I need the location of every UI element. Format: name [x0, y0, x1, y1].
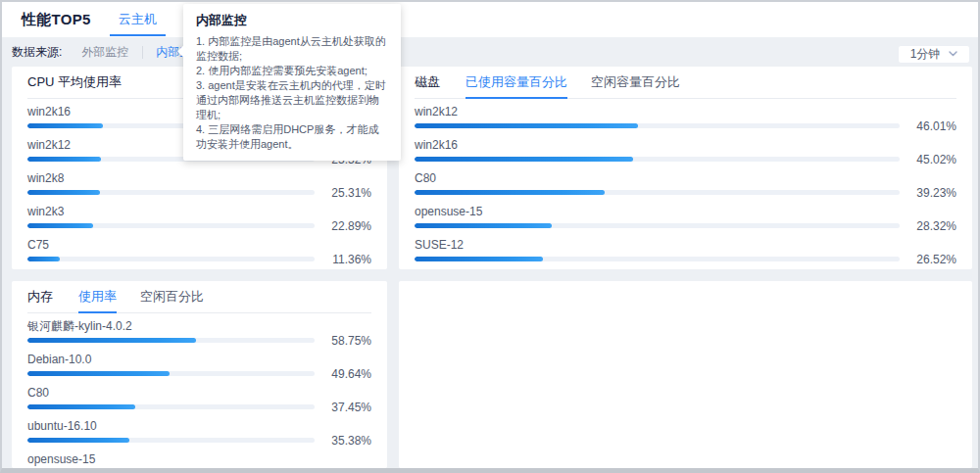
- metric-label: 银河麒麟-kylin-4.0.2: [27, 319, 371, 334]
- metric-value: 22.89%: [315, 219, 371, 233]
- metric-label: C80: [415, 171, 956, 186]
- usage-bar-fill: [415, 123, 638, 128]
- metric-value: 26.52%: [900, 253, 956, 266]
- metric-label: win2k3: [27, 205, 371, 219]
- metric-line: 25.31%: [27, 186, 371, 199]
- metric-label: ubuntu-16.10: [27, 419, 371, 434]
- metric-label: win2k12: [415, 105, 956, 119]
- metric-label: opensuse-15: [27, 452, 371, 467]
- metric-line: 28.32%: [415, 219, 956, 232]
- tooltip-line: 3. agent是安装在云主机内的代理，定时通过内部网络推送云主机监控数据到物理…: [196, 78, 388, 122]
- metric-line: 26.85%: [27, 467, 371, 468]
- usage-bar-fill: [27, 257, 60, 261]
- tooltip-line: 2. 使用内部监控需要预先安装agent;: [196, 64, 388, 78]
- usage-bar-fill: [27, 404, 135, 409]
- metric-row: C75 11.36%: [27, 238, 371, 267]
- usage-bar-fill: [27, 223, 93, 228]
- interval-dropdown[interactable]: 1分钟: [898, 45, 970, 64]
- usage-bar-track: [27, 257, 315, 261]
- usage-bar-fill: [27, 123, 103, 128]
- usage-bar-fill: [27, 157, 101, 162]
- metric-row: ubuntu-16.10 35.38%: [27, 419, 371, 449]
- metric-value: 28.32%: [900, 219, 956, 233]
- metric-line: 26.52%: [415, 253, 956, 265]
- metric-value: 11.36%: [315, 253, 371, 266]
- datasource-label: 数据来源:: [12, 44, 62, 61]
- metric-row: SUSE-12 26.52%: [415, 238, 956, 267]
- tooltip-title: 内部监控: [196, 12, 388, 29]
- panel-memory-header: 内存 使用率 空闲百分比: [27, 281, 371, 313]
- metric-label: opensuse-15: [415, 205, 956, 219]
- metric-label: win2k8: [27, 171, 371, 186]
- metric-line: 49.64%: [27, 367, 371, 380]
- metric-row: opensuse-15 28.32%: [415, 205, 956, 234]
- usage-bar-track: [27, 438, 315, 443]
- metric-value: 39.23%: [900, 186, 956, 200]
- metric-line: 45.02%: [415, 153, 956, 166]
- header-tab[interactable]: 云主机: [105, 2, 171, 37]
- metric-value: 46.01%: [900, 119, 956, 133]
- metric-label: C75: [27, 238, 371, 253]
- metric-line: 46.01%: [415, 119, 956, 132]
- panel-memory: 内存 使用率 空闲百分比 银河麒麟-kylin-4.0.2 58.75% Deb…: [12, 281, 387, 468]
- usage-bar-track: [415, 157, 900, 162]
- datasource-toolbar: 数据来源: 外部监控 内部监控 ? 1分钟: [2, 37, 978, 67]
- metric-value: 26.85%: [315, 467, 371, 469]
- usage-bar-fill: [415, 190, 605, 195]
- metric-row: win2k12 46.01%: [415, 105, 956, 134]
- metric-line: 39.23%: [415, 186, 956, 199]
- usage-bar-track: [27, 338, 315, 343]
- panel-disk-header: 磁盘 已使用容量百分比 空闲容量百分比: [415, 67, 956, 99]
- metric-label: SUSE-12: [415, 238, 956, 253]
- usage-bar-fill: [415, 157, 633, 162]
- panel-disk-rows: win2k12 46.01% win2k16 45.02% C80 39.23%…: [399, 99, 972, 267]
- panel-memory-rows: 银河麒麟-kylin-4.0.2 58.75% Debian-10.0 49.6…: [12, 313, 387, 468]
- app-header: 性能TOP5 云主机 路由: [2, 2, 978, 37]
- header-tab-label: 云主机: [119, 11, 157, 28]
- panel-disk-title: 磁盘: [415, 73, 440, 91]
- panel-tab[interactable]: 空闲百分比: [140, 281, 204, 312]
- metric-label: win2k16: [415, 138, 956, 153]
- metric-row: C80 39.23%: [415, 171, 956, 201]
- usage-bar-track: [27, 190, 315, 195]
- metric-line: 11.36%: [27, 253, 371, 265]
- metric-value: 45.02%: [900, 153, 956, 166]
- datasource-option[interactable]: 外部监控: [68, 42, 142, 63]
- usage-bar-fill: [27, 438, 129, 443]
- metric-row: win2k16 45.02%: [415, 138, 956, 167]
- metric-row: C80 37.45%: [27, 386, 371, 415]
- tooltip-line: 4. 三层网络需启用DHCP服务，才能成功安装并使用agent。: [196, 122, 388, 152]
- usage-bar-track: [415, 190, 900, 195]
- metric-row: win2k3 22.89%: [27, 205, 371, 234]
- metric-line: 22.89%: [27, 219, 371, 232]
- metric-row: win2k8 25.31%: [27, 171, 371, 201]
- metric-label: C80: [27, 386, 371, 401]
- panel-disk: 磁盘 已使用容量百分比 空闲容量百分比 win2k12 46.01% win2k…: [399, 67, 972, 269]
- usage-bar-track: [415, 257, 900, 261]
- panel-empty: [399, 281, 972, 468]
- page-title: 性能TOP5: [22, 11, 91, 29]
- dashboard-window: 性能TOP5 云主机 路由 数据来源: 外部监控 内部监控 ? 1分钟 CPU …: [0, 0, 980, 473]
- usage-bar-track: [415, 223, 900, 228]
- panel-memory-title: 内存: [27, 288, 53, 306]
- panel-tab[interactable]: 空闲容量百分比: [591, 67, 680, 98]
- metric-row: 银河麒麟-kylin-4.0.2 58.75%: [27, 319, 371, 349]
- metric-value: 58.75%: [315, 334, 371, 348]
- internal-monitoring-tooltip: 内部监控 1. 内部监控是由agent从云主机处获取的监控数据; 2. 使用内部…: [183, 4, 401, 161]
- metric-line: 37.45%: [27, 401, 371, 413]
- panel-tab[interactable]: 使用率: [78, 281, 117, 312]
- usage-bar-fill: [27, 190, 100, 195]
- chevron-down-icon: [949, 51, 957, 57]
- metric-value: 25.31%: [315, 186, 371, 200]
- panel-memory-tabs: 使用率 空闲百分比: [67, 281, 216, 312]
- metric-row: Debian-10.0 49.64%: [27, 353, 371, 382]
- metric-line: 58.75%: [27, 334, 371, 347]
- usage-bar-track: [27, 404, 315, 409]
- tooltip-body: 1. 内部监控是由agent从云主机处获取的监控数据; 2. 使用内部监控需要预…: [196, 34, 388, 152]
- metric-label: Debian-10.0: [27, 353, 371, 367]
- metric-value: 49.64%: [315, 367, 371, 381]
- usage-bar-fill: [415, 223, 552, 228]
- panel-cpu-title: CPU 平均使用率: [27, 73, 122, 91]
- panel-tab[interactable]: 已使用容量百分比: [466, 67, 567, 98]
- metric-row: opensuse-15 26.85%: [27, 452, 371, 468]
